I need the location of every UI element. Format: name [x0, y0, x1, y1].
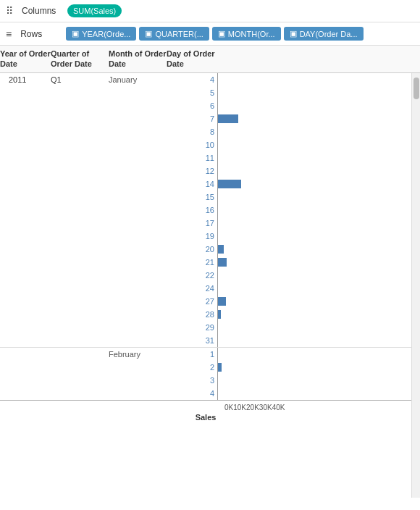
app-container: ⠿ Columns SUM(Sales) ≡ Rows ▣ YEAR(Orde.…: [0, 0, 420, 498]
bar: [218, 258, 227, 267]
month-cell: January: [109, 75, 167, 84]
column-headers: Year of Order Date Quarter of Order Date…: [0, 46, 420, 73]
sum-sales-pill[interactable]: SUM(Sales): [67, 4, 122, 17]
table-row: 24: [0, 282, 411, 295]
x-axis-label: Sales: [196, 413, 217, 422]
bar-area: [217, 177, 411, 191]
bar-area: [217, 204, 411, 217]
year-pill-icon: ▣: [72, 29, 79, 38]
table-row: 14: [0, 177, 411, 191]
day-cell: 24: [167, 284, 217, 293]
quarter-pill-icon: ▣: [145, 29, 152, 38]
x-tick-20k: 20K: [246, 404, 259, 411]
scroll-area[interactable]: 2011 Q1 January 4 5: [0, 73, 411, 498]
bar-area: [217, 191, 411, 204]
day-cell: 19: [167, 232, 217, 241]
quarter-pill[interactable]: ▣ QUARTER(...: [139, 27, 209, 41]
day-cell: 4: [167, 389, 217, 398]
columns-pills: SUM(Sales): [67, 4, 122, 17]
quarter-cell: Q1: [51, 75, 109, 84]
day-cell: 1: [167, 350, 217, 359]
day-cell: 11: [167, 154, 217, 162]
bar-area: [217, 334, 411, 347]
day-cell: 14: [167, 180, 217, 188]
quarter-pill-label: QUARTER(...: [155, 30, 203, 38]
table-row: 20: [0, 243, 411, 256]
columns-toolbar: ⠿ Columns SUM(Sales): [0, 0, 420, 22]
quarter-header: Quarter of Order Date: [51, 49, 109, 70]
bar-area: [217, 73, 411, 86]
day-cell: 8: [167, 128, 217, 136]
group-2011-q1-feb: February 1 2: [0, 347, 411, 400]
table-row: 16: [0, 204, 411, 217]
day-cell: 2: [167, 363, 217, 372]
bar: [218, 297, 226, 306]
table-row: 19: [0, 230, 411, 243]
bar-area: [217, 269, 411, 282]
bar: [218, 245, 224, 254]
all-rows: 2011 Q1 January 4 5: [0, 73, 411, 400]
table-row: 8: [0, 125, 411, 138]
x-axis-ticks: 0K 10K 20K 30K 40K: [0, 404, 411, 411]
table-row: 31: [0, 334, 411, 347]
year-header: Year of Order Date: [0, 49, 51, 70]
bar-area: [217, 86, 411, 99]
bar-area: [217, 164, 411, 177]
bar-area: [217, 125, 411, 138]
day-cell: 22: [167, 271, 217, 280]
day-cell: 15: [167, 193, 217, 201]
rows-icon: ≡: [6, 28, 12, 40]
columns-icon: ⠿: [6, 5, 13, 17]
x-tick-0k: 0K: [224, 404, 233, 411]
year-cell: 2011: [0, 75, 51, 84]
bar: [218, 114, 238, 123]
group-2011-q1-jan: 2011 Q1 January 4 5: [0, 73, 411, 347]
table-row: 6: [0, 99, 411, 112]
bar-area: [217, 321, 411, 334]
chart-body: 2011 Q1 January 4 5: [0, 73, 420, 498]
bar: [218, 363, 222, 372]
viz-area: Year of Order Date Quarter of Order Date…: [0, 46, 420, 498]
year-pill[interactable]: ▣ YEAR(Orde...: [66, 27, 136, 41]
month-pill[interactable]: ▣ MONTH(Or...: [212, 27, 281, 41]
day-cell: 28: [167, 310, 217, 319]
table-row: 12: [0, 164, 411, 177]
bar-area: [217, 99, 411, 112]
day-cell: 16: [167, 206, 217, 214]
bar-area: [217, 112, 411, 125]
scrollbar[interactable]: [411, 73, 420, 498]
month-cell: February: [109, 350, 167, 359]
table-row: 28: [0, 308, 411, 321]
table-row: 10: [0, 138, 411, 151]
day-cell: 21: [167, 258, 217, 267]
bar-area: [217, 230, 411, 243]
bar-area: [217, 361, 411, 374]
scrollbar-thumb[interactable]: [413, 78, 419, 99]
x-tick-10k: 10K: [233, 404, 246, 411]
bar: [218, 180, 241, 188]
table-row: 21: [0, 256, 411, 269]
rows-toolbar: ≡ Rows ▣ YEAR(Orde... ▣ QUARTER(... ▣ MO…: [0, 22, 420, 46]
bar: [218, 310, 221, 319]
table-row: 2011 Q1 January 4: [0, 73, 411, 86]
month-pill-icon: ▣: [218, 29, 225, 38]
month-pill-label: MONTH(Or...: [228, 30, 275, 38]
chart-header-spacer: [224, 49, 420, 70]
day-cell: 29: [167, 323, 217, 332]
day-pill-label: DAY(Order Da...: [300, 30, 358, 38]
bar-area: [217, 151, 411, 164]
day-cell: 27: [167, 297, 217, 306]
day-pill[interactable]: ▣ DAY(Order Da...: [284, 27, 364, 41]
rows-pills: ▣ YEAR(Orde... ▣ QUARTER(... ▣ MONTH(Or.…: [66, 27, 363, 41]
bar-area: [217, 387, 411, 400]
day-cell: 31: [167, 336, 217, 345]
bar-area: [217, 256, 411, 269]
x-axis: 0K 10K 20K 30K 40K Sales: [0, 400, 411, 422]
bar-area: [217, 295, 411, 308]
day-cell: 3: [167, 376, 217, 385]
bar-area: [217, 308, 411, 321]
bar-area: [217, 282, 411, 295]
day-pill-icon: ▣: [290, 29, 297, 38]
day-cell: 12: [167, 167, 217, 175]
table-row: 7: [0, 112, 411, 125]
